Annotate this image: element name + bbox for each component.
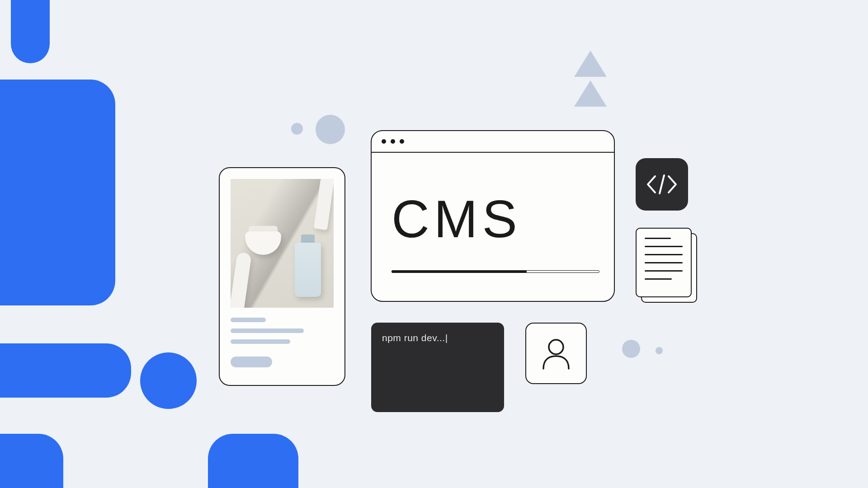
- decorative-circle: [140, 352, 197, 409]
- decorative-dot-small: [291, 123, 303, 135]
- decorative-pill: [11, 0, 50, 63]
- user-icon: [541, 337, 571, 370]
- placeholder-line: [231, 339, 290, 344]
- decorative-dot-right-small: [656, 347, 663, 354]
- placeholder-line: [231, 318, 266, 322]
- document-icon: [636, 228, 692, 297]
- decorative-dot: [316, 115, 345, 144]
- placeholder-line: [231, 328, 304, 333]
- progress-bar: [392, 270, 599, 273]
- cms-heading: CMS: [392, 189, 594, 249]
- placeholder-button: [231, 357, 272, 367]
- decorative-rect-side: [0, 343, 131, 398]
- decorative-dot-right: [622, 340, 640, 358]
- code-card: [636, 158, 688, 211]
- browser-titlebar: [372, 131, 614, 153]
- window-control-dot: [391, 139, 395, 144]
- window-control-dot: [382, 139, 386, 144]
- window-control-dot: [400, 139, 404, 144]
- terminal-panel: npm run dev...|: [371, 323, 504, 412]
- svg-point-0: [549, 340, 563, 354]
- product-photo: [231, 179, 334, 308]
- phone-mock: [219, 167, 345, 386]
- terminal-command: npm run dev...|: [382, 333, 493, 343]
- user-card: [525, 323, 587, 384]
- decorative-triangle: [574, 51, 607, 77]
- svg-line-1: [660, 175, 664, 193]
- browser-body: CMS: [372, 153, 614, 273]
- code-icon: [646, 174, 678, 195]
- decorative-triangle: [574, 80, 607, 107]
- decorative-square-bottom: [0, 434, 63, 488]
- decorative-rect-bottom: [208, 434, 298, 488]
- decorative-rect-large: [0, 80, 115, 305]
- browser-window: CMS: [371, 130, 615, 302]
